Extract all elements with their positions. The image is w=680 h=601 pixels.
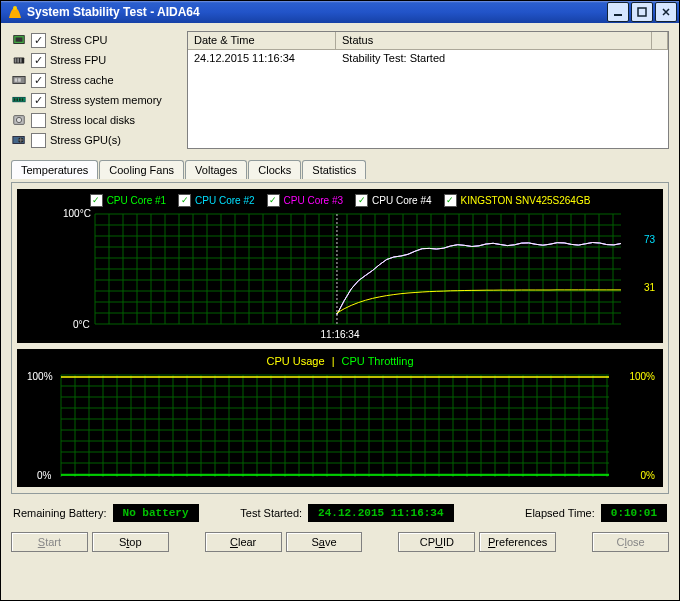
- legend-item[interactable]: CPU Core #4: [355, 194, 431, 207]
- start-button[interactable]: Start: [11, 532, 88, 552]
- battery-label: Remaining Battery:: [13, 507, 107, 519]
- close-dialog-button[interactable]: Close: [592, 532, 669, 552]
- started-label: Test Started:: [240, 507, 302, 519]
- svg-rect-6: [15, 58, 17, 62]
- legend-checkbox[interactable]: [178, 194, 191, 207]
- stress-label: Stress CPU: [50, 34, 107, 46]
- legend-item[interactable]: KINGSTON SNV425S264GB: [444, 194, 591, 207]
- stress-checkbox[interactable]: [31, 113, 46, 128]
- stress-item-disk: Stress local disks: [11, 111, 179, 129]
- temp-value-ssd: 31: [644, 282, 655, 293]
- tab-strip: TemperaturesCooling FansVoltagesClocksSt…: [11, 159, 669, 178]
- tab-clocks[interactable]: Clocks: [248, 160, 301, 179]
- close-button[interactable]: [655, 2, 677, 22]
- stress-label: Stress GPU(s): [50, 134, 121, 146]
- mem-icon: [11, 93, 27, 107]
- svg-rect-11: [18, 78, 21, 82]
- svg-rect-72: [61, 375, 609, 477]
- svg-rect-14: [16, 98, 18, 101]
- stress-checkbox[interactable]: [31, 93, 46, 108]
- legend-item[interactable]: CPU Core #1: [90, 194, 166, 207]
- legend-checkbox[interactable]: [444, 194, 457, 207]
- tab-content: CPU Core #1CPU Core #2CPU Core #3CPU Cor…: [11, 182, 669, 494]
- tab-voltages[interactable]: Voltages: [185, 160, 247, 179]
- stress-checkbox[interactable]: [31, 73, 46, 88]
- svg-rect-13: [14, 98, 16, 101]
- legend-item[interactable]: CPU Core #2: [178, 194, 254, 207]
- svg-rect-10: [15, 78, 18, 82]
- stress-item-fpu: Stress FPU: [11, 51, 179, 69]
- stress-item-cpu: Stress CPU: [11, 31, 179, 49]
- tab-cooling-fans[interactable]: Cooling Fans: [99, 160, 184, 179]
- svg-rect-1: [614, 14, 622, 16]
- tab-temperatures[interactable]: Temperatures: [11, 160, 98, 179]
- svg-rect-4: [16, 37, 23, 41]
- legend-checkbox[interactable]: [90, 194, 103, 207]
- tab-statistics[interactable]: Statistics: [302, 160, 366, 179]
- stress-options: Stress CPUStress FPUStress cacheStress s…: [11, 31, 179, 149]
- stress-label: Stress system memory: [50, 94, 162, 106]
- svg-rect-15: [19, 98, 21, 101]
- y-min-label: 0°C: [73, 319, 90, 330]
- svg-point-18: [16, 117, 21, 122]
- battery-value: No battery: [113, 504, 199, 522]
- temperature-plot: 100°C 0°C 73 31: [23, 210, 657, 328]
- disk-icon: [11, 113, 27, 127]
- svg-rect-2: [638, 8, 646, 16]
- button-row: Start Stop Clear Save CPUID Preferences …: [11, 530, 669, 554]
- stress-item-cache: Stress cache: [11, 71, 179, 89]
- stress-checkbox[interactable]: [31, 53, 46, 68]
- maximize-button[interactable]: [631, 2, 653, 22]
- stress-label: Stress local disks: [50, 114, 135, 126]
- log-row[interactable]: 24.12.2015 11:16:34Stability Test: Start…: [188, 50, 668, 68]
- temperature-legend: CPU Core #1CPU Core #2CPU Core #3CPU Cor…: [23, 193, 657, 210]
- titlebar: System Stability Test - AIDA64: [1, 1, 679, 23]
- app-window: System Stability Test - AIDA64 Stress CP…: [0, 0, 680, 601]
- cpuid-button[interactable]: CPUID: [398, 532, 475, 552]
- fpu-icon: [11, 53, 27, 67]
- stress-checkbox[interactable]: [31, 133, 46, 148]
- gpu-icon: [11, 133, 27, 147]
- usage-title: CPU Usage | CPU Throttling: [23, 353, 657, 371]
- legend-item[interactable]: CPU Core #3: [267, 194, 343, 207]
- col-datetime[interactable]: Date & Time: [188, 32, 336, 50]
- legend-checkbox[interactable]: [355, 194, 368, 207]
- svg-point-0: [13, 6, 17, 10]
- stress-label: Stress cache: [50, 74, 114, 86]
- stress-label: Stress FPU: [50, 54, 106, 66]
- elapsed-label: Elapsed Time:: [525, 507, 595, 519]
- temp-value-cores: 73: [644, 234, 655, 245]
- clear-button[interactable]: Clear: [205, 532, 282, 552]
- svg-rect-7: [17, 58, 19, 62]
- y-max-label: 100°C: [63, 208, 91, 219]
- started-value: 24.12.2015 11:16:34: [308, 504, 453, 522]
- stop-button[interactable]: Stop: [92, 532, 169, 552]
- stress-checkbox[interactable]: [31, 33, 46, 48]
- window-title: System Stability Test - AIDA64: [27, 5, 607, 19]
- event-log: Date & Time Status 24.12.2015 11:16:34St…: [187, 31, 669, 149]
- temperature-graph: CPU Core #1CPU Core #2CPU Core #3CPU Cor…: [17, 189, 663, 343]
- legend-checkbox[interactable]: [267, 194, 280, 207]
- minimize-button[interactable]: [607, 2, 629, 22]
- usage-plot: 100% 0% 100% 0%: [23, 371, 657, 481]
- stress-item-gpu: Stress GPU(s): [11, 131, 179, 149]
- preferences-button[interactable]: Preferences: [479, 532, 556, 552]
- cache-icon: [11, 73, 27, 87]
- save-button[interactable]: Save: [286, 532, 363, 552]
- svg-rect-8: [20, 58, 22, 62]
- x-marker-label: 11:16:34: [23, 328, 657, 341]
- cpu-icon: [11, 33, 27, 47]
- svg-rect-16: [22, 98, 24, 101]
- col-status[interactable]: Status: [336, 32, 652, 50]
- app-icon: [7, 4, 23, 20]
- col-spacer: [652, 32, 668, 50]
- status-row: Remaining Battery: No battery Test Start…: [11, 498, 669, 526]
- stress-item-mem: Stress system memory: [11, 91, 179, 109]
- elapsed-value: 0:10:01: [601, 504, 667, 522]
- usage-graph: CPU Usage | CPU Throttling 100% 0% 100% …: [17, 349, 663, 487]
